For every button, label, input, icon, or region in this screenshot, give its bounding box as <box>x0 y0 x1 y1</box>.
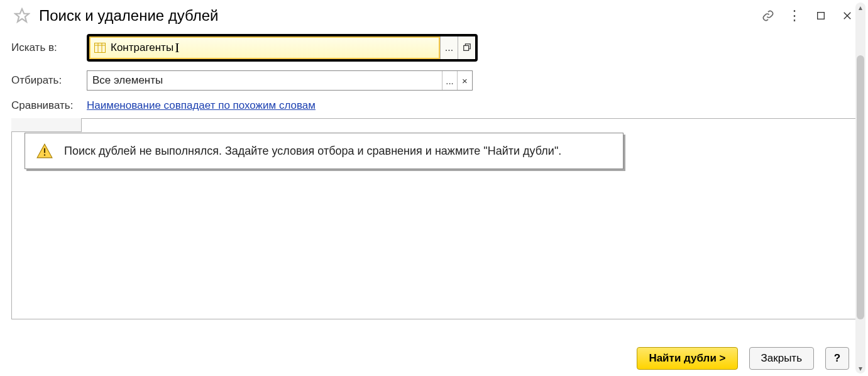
field-filter-value: Все элементы <box>92 74 442 87</box>
svg-rect-8 <box>463 46 468 51</box>
scroll-thumb[interactable] <box>857 55 864 319</box>
maximize-icon[interactable] <box>811 6 830 25</box>
compare-rules-link[interactable]: Наименование совпадает по похожим словам <box>87 99 316 112</box>
field-search-in-buttons: ... <box>440 36 475 59</box>
svg-marker-0 <box>15 9 29 22</box>
filter-clear-button[interactable]: × <box>457 71 472 90</box>
titlebar: Поиск и удаление дублей ⋮ <box>0 0 868 30</box>
close-icon[interactable] <box>838 6 857 25</box>
select-button[interactable]: ... <box>440 36 458 59</box>
page-title: Поиск и удаление дублей <box>39 7 759 25</box>
link-icon[interactable] <box>759 6 777 25</box>
row-filter: Отбирать: Все элементы ... × <box>11 70 857 91</box>
info-message-box: Поиск дублей не выполнялся. Задайте усло… <box>25 133 624 169</box>
vertical-scrollbar[interactable]: ▴ ▾ <box>855 3 865 373</box>
scroll-up-icon[interactable]: ▴ <box>855 3 865 13</box>
kebab-menu-icon[interactable]: ⋮ <box>785 6 804 25</box>
row-compare: Сравнивать: Наименование совпадает по по… <box>11 99 857 112</box>
scroll-down-icon[interactable]: ▾ <box>855 363 865 373</box>
field-search-in-inner: Контрагенты I <box>89 36 440 59</box>
help-button[interactable]: ? <box>825 347 849 370</box>
info-message-text: Поиск дублей не выполнялся. Задайте усло… <box>64 145 561 158</box>
results-panel: Поиск дублей не выполнялся. Задайте усло… <box>11 118 857 319</box>
find-duplicates-button[interactable]: Найти дубли > <box>637 347 737 370</box>
label-filter: Отбирать: <box>11 74 87 87</box>
field-filter-buttons: ... × <box>442 71 472 90</box>
svg-rect-1 <box>818 13 825 19</box>
form-body: Искать в: Контрагенты <box>0 30 868 112</box>
field-search-in-value: Контрагенты I <box>111 38 435 58</box>
svg-rect-4 <box>95 43 106 53</box>
svg-rect-10 <box>44 148 45 153</box>
row-search-in: Искать в: Контрагенты <box>11 34 857 62</box>
text-cursor-icon: I <box>175 40 179 56</box>
filter-select-button[interactable]: ... <box>442 71 457 90</box>
favorite-star-icon[interactable] <box>14 8 30 24</box>
warning-icon <box>36 143 53 159</box>
footer: Найти дубли > Закрыть ? <box>637 347 849 370</box>
svg-rect-11 <box>44 154 45 155</box>
close-button[interactable]: Закрыть <box>749 347 814 370</box>
window: Поиск и удаление дублей ⋮ Искать в: <box>0 0 868 376</box>
field-search-in-text: Контрагенты <box>111 41 173 54</box>
field-search-in[interactable]: Контрагенты I ... <box>87 34 478 62</box>
label-compare: Сравнивать: <box>11 99 87 112</box>
titlebar-actions: ⋮ <box>759 6 857 25</box>
label-search-in: Искать в: <box>11 41 87 54</box>
catalog-icon <box>94 43 106 53</box>
results-tab[interactable] <box>11 118 82 132</box>
open-button[interactable] <box>458 36 475 59</box>
field-filter[interactable]: Все элементы ... × <box>87 70 473 91</box>
field-search-in-wrap: Контрагенты I ... <box>87 34 478 62</box>
